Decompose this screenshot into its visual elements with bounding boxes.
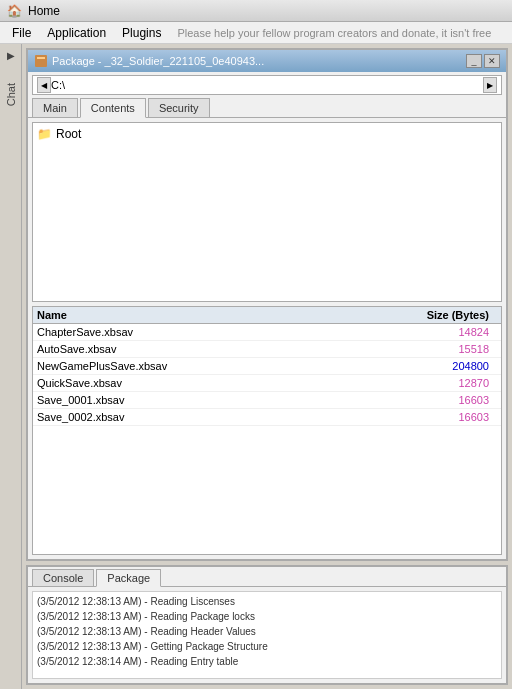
minimize-button[interactable]: _ <box>466 54 482 68</box>
file-name: QuickSave.xbsav <box>37 377 397 389</box>
file-size: 15518 <box>397 343 497 355</box>
file-size: 16603 <box>397 394 497 406</box>
list-item: (3/5/2012 12:38:14 AM) - Reading Entry t… <box>37 654 497 669</box>
list-item: (3/5/2012 12:38:13 AM) - Reading Liscens… <box>37 594 497 609</box>
window-controls: _ ✕ <box>466 54 500 68</box>
list-item: (3/5/2012 12:38:13 AM) - Reading Header … <box>37 624 497 639</box>
file-name: Save_0001.xbsav <box>37 394 397 406</box>
address-forward-button[interactable]: ▶ <box>483 77 497 93</box>
file-size: 204800 <box>397 360 497 372</box>
file-size: 14824 <box>397 326 497 338</box>
col-header-size: Size (Bytes) <box>397 309 497 321</box>
title-bar: 🏠 Home <box>0 0 512 22</box>
tab-contents[interactable]: Contents <box>80 98 146 118</box>
file-size: 12870 <box>397 377 497 389</box>
folder-icon: 📁 <box>37 127 52 141</box>
tree-root-label: Root <box>56 127 81 141</box>
tree-root-item[interactable]: 📁 Root <box>37 127 497 141</box>
address-bar: ◀ C:\ ▶ <box>32 75 502 95</box>
table-row[interactable]: ChapterSave.xbsav14824 <box>33 324 501 341</box>
package-icon <box>34 54 48 68</box>
file-name: AutoSave.xbsav <box>37 343 397 355</box>
list-item: (3/5/2012 12:38:13 AM) - Reading Package… <box>37 609 497 624</box>
file-name: Save_0002.xbsav <box>37 411 397 423</box>
address-text: C:\ <box>51 79 483 91</box>
table-row[interactable]: AutoSave.xbsav15518 <box>33 341 501 358</box>
bottom-tabs-bar: Console Package <box>28 567 506 587</box>
inner-title-bar: Package - _32_Soldier_221105_0e40943... … <box>28 50 506 72</box>
tab-main[interactable]: Main <box>32 98 78 117</box>
sidebar-expand-arrow[interactable]: ▶ <box>5 48 17 63</box>
content-area: Package - _32_Soldier_221105_0e40943... … <box>22 44 512 689</box>
address-back-button[interactable]: ◀ <box>37 77 51 93</box>
tab-security[interactable]: Security <box>148 98 210 117</box>
col-header-name: Name <box>37 309 397 321</box>
file-list-header: Name Size (Bytes) <box>33 307 501 324</box>
tree-area: 📁 Root <box>32 122 502 302</box>
svg-rect-0 <box>35 55 47 67</box>
title-bar-text: Home <box>28 4 506 18</box>
list-item: (3/5/2012 12:38:13 AM) - Getting Package… <box>37 639 497 654</box>
sidebar-chat-label: Chat <box>5 83 17 106</box>
table-row[interactable]: Save_0001.xbsav16603 <box>33 392 501 409</box>
file-list-body: ChapterSave.xbsav14824AutoSave.xbsav1551… <box>33 324 501 554</box>
inner-title-text: Package - _32_Soldier_221105_0e40943... <box>52 55 466 67</box>
menu-plugins[interactable]: Plugins <box>114 24 169 42</box>
file-name: NewGamePlusSave.xbsav <box>37 360 397 372</box>
menu-application[interactable]: Application <box>39 24 114 42</box>
bottom-tab-package[interactable]: Package <box>96 569 161 587</box>
donate-text: Please help your fellow program creators… <box>177 27 491 39</box>
tabs-bar: Main Contents Security <box>28 98 506 118</box>
bottom-tab-console[interactable]: Console <box>32 569 94 586</box>
table-row[interactable]: NewGamePlusSave.xbsav204800 <box>33 358 501 375</box>
home-icon: 🏠 <box>6 3 22 19</box>
main-container: ▶ Chat Package - _32_Soldier_221105_0e40… <box>0 44 512 689</box>
file-list-container: Name Size (Bytes) ChapterSave.xbsav14824… <box>32 306 502 555</box>
svg-rect-1 <box>37 57 45 59</box>
sidebar: ▶ Chat <box>0 44 22 689</box>
close-button[interactable]: ✕ <box>484 54 500 68</box>
file-name: ChapterSave.xbsav <box>37 326 397 338</box>
menu-file[interactable]: File <box>4 24 39 42</box>
bottom-section: Console Package (3/5/2012 12:38:13 AM) -… <box>26 565 508 685</box>
inner-window: Package - _32_Soldier_221105_0e40943... … <box>26 48 508 561</box>
file-size: 16603 <box>397 411 497 423</box>
menu-bar: File Application Plugins Please help you… <box>0 22 512 44</box>
table-row[interactable]: Save_0002.xbsav16603 <box>33 409 501 426</box>
console-area: (3/5/2012 12:38:13 AM) - Reading Liscens… <box>32 591 502 679</box>
table-row[interactable]: QuickSave.xbsav12870 <box>33 375 501 392</box>
